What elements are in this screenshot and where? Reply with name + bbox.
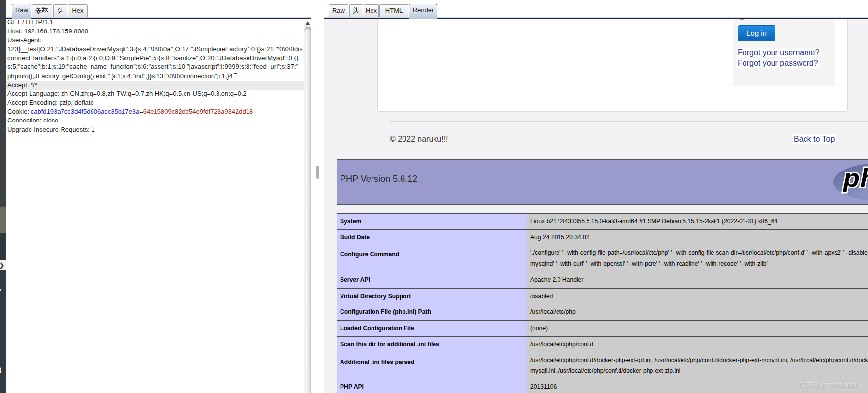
svg-text:php: php: [842, 163, 868, 192]
